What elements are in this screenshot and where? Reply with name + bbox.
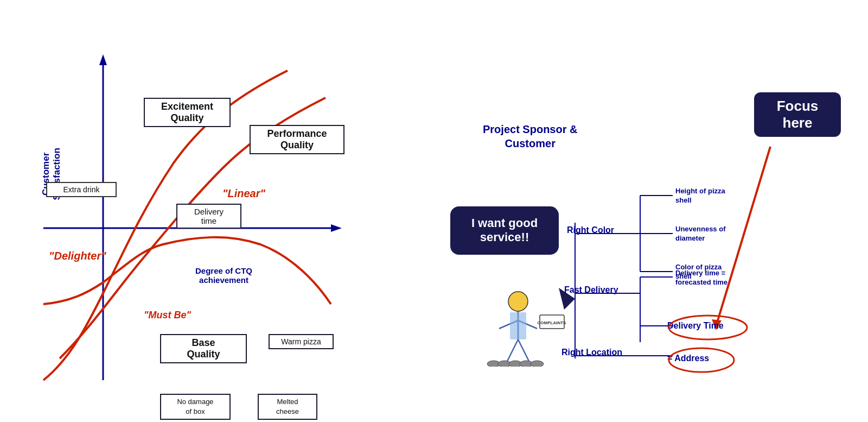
- svg-text:= Address: = Address: [667, 354, 709, 363]
- must-be-label: "Must Be": [144, 310, 191, 321]
- extra-drink-box: Extra drink: [46, 182, 117, 197]
- performance-quality-box: Performance Quality: [250, 125, 344, 154]
- project-sponsor-label: Project Sponsor & Customer: [483, 122, 577, 150]
- right-location-label: Right Location: [561, 348, 622, 357]
- delivery-time-circled: Delivery Time: [665, 312, 751, 344]
- complaints-illustration: COMPLAINTS: [467, 282, 570, 369]
- svg-line-26: [507, 339, 518, 361]
- focus-here-bubble: Focus here: [754, 92, 841, 137]
- svg-text:Delivery Time: Delivery Time: [667, 321, 724, 330]
- svg-point-22: [508, 292, 528, 311]
- svg-line-27: [518, 339, 529, 361]
- unevenness-label: Unevenness of diameter: [675, 225, 725, 243]
- melted-cheese-box: Melted cheese: [258, 394, 317, 420]
- svg-marker-3: [331, 224, 342, 232]
- address-circled: = Address: [665, 345, 741, 377]
- main-container: Customer Satisfaction Excitement Quality…: [0, 0, 868, 422]
- ctq-label: Degree of CTQ achievement: [195, 266, 252, 285]
- no-damage-box: No damage of box: [160, 394, 231, 420]
- chart-area: Customer Satisfaction Excitement Quality…: [16, 43, 353, 402]
- want-service-bubble: I want good service!!: [450, 206, 559, 255]
- delivery-forecast-label: Delivery time = forecasted time: [675, 269, 727, 287]
- delivery-time-box: Delivery time: [176, 204, 241, 229]
- warm-pizza-box: Warm pizza: [269, 334, 334, 349]
- svg-rect-28: [510, 312, 526, 339]
- svg-text:COMPLAINTS: COMPLAINTS: [538, 320, 567, 325]
- linear-label: "Linear": [222, 187, 265, 200]
- fast-delivery-label: Fast Delivery: [564, 285, 618, 295]
- height-pizza-label: Height of pizza shell: [675, 187, 725, 205]
- svg-marker-1: [99, 54, 107, 65]
- y-axis-label: Customer Satisfaction: [41, 130, 63, 217]
- excitement-quality-box: Excitement Quality: [144, 98, 231, 127]
- base-quality-box: Base Quality: [160, 334, 247, 363]
- right-section: Project Sponsor & Customer Focus here I …: [450, 22, 857, 413]
- delighter-label: "Delighter": [49, 250, 106, 262]
- svg-point-35: [531, 361, 544, 367]
- right-color-label: Right Color: [567, 225, 614, 235]
